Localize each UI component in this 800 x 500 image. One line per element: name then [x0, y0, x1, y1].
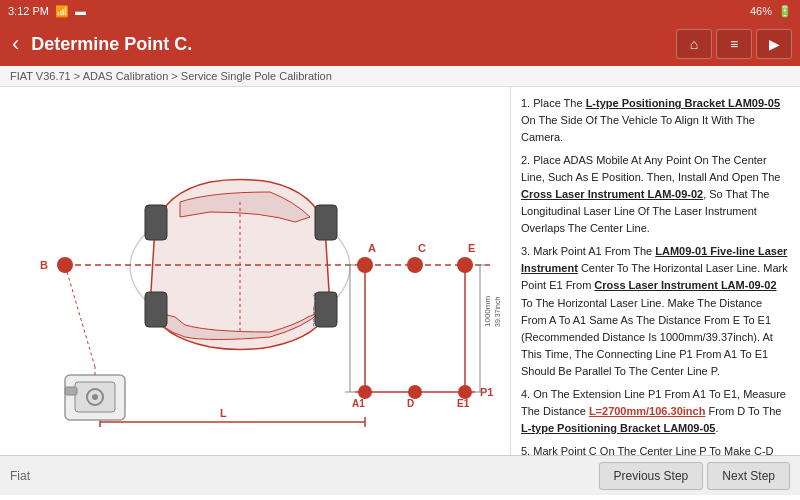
back-button[interactable]: ‹: [8, 27, 23, 61]
home-icon: ⌂: [690, 36, 698, 52]
svg-text:B: B: [40, 259, 48, 271]
svg-point-42: [92, 394, 98, 400]
svg-point-33: [458, 385, 472, 399]
forward-icon: ▶: [769, 36, 780, 52]
signal-icon: ▬: [75, 5, 86, 17]
svg-point-29: [358, 385, 372, 399]
status-bar: 3:12 PM 📶 ▬ 46% 🔋: [0, 0, 800, 22]
svg-text:L: L: [220, 407, 227, 419]
svg-text:E1: E1: [457, 398, 470, 409]
instructions-panel: 1. Place The L-type Positioning Bracket …: [510, 87, 800, 455]
svg-text:A1: A1: [352, 398, 365, 409]
time-display: 3:12 PM: [8, 5, 49, 17]
battery-icon: 🔋: [778, 5, 792, 18]
svg-text:39.37inch: 39.37inch: [311, 292, 320, 327]
header-icons: ⌂ ≡ ▶: [676, 29, 792, 59]
status-left: 3:12 PM 📶 ▬: [8, 5, 86, 18]
header: ‹ Determine Point C. ⌂ ≡ ▶: [0, 22, 800, 66]
svg-line-45: [65, 265, 95, 367]
instruction-1: 1. Place The L-type Positioning Bracket …: [521, 95, 790, 146]
instruction-4: 4. On The Extension Line P1 From A1 To E…: [521, 386, 790, 437]
ref-lam09-05-2: L-type Positioning Bracket LAM09-05: [521, 422, 715, 434]
svg-text:39.37inch: 39.37inch: [494, 297, 500, 327]
ref-lam09-05-1: L-type Positioning Bracket LAM09-05: [586, 97, 780, 109]
svg-text:1000mm: 1000mm: [483, 296, 492, 327]
svg-text:C: C: [418, 242, 426, 254]
svg-text:E: E: [468, 242, 475, 254]
brand-label: Fiat: [10, 469, 30, 483]
menu-button[interactable]: ≡: [716, 29, 752, 59]
main-content: A C E B P1 1000mm 39.37inch: [0, 87, 800, 455]
diagram-area: A C E B P1 1000mm 39.37inch: [0, 87, 510, 455]
svg-text:A: A: [368, 242, 376, 254]
home-button[interactable]: ⌂: [676, 29, 712, 59]
instruction-3: 3. Mark Point A1 From The LAM09-01 Five-…: [521, 243, 790, 379]
vehicle-diagram: A C E B P1 1000mm 39.37inch: [10, 97, 500, 437]
instruction-2: 2. Place ADAS Mobile At Any Point On The…: [521, 152, 790, 237]
forward-button[interactable]: ▶: [756, 29, 792, 59]
svg-rect-1: [145, 205, 167, 240]
ref-lam09-01: LAM09-01 Five-line Laser Instrument: [521, 245, 787, 274]
breadcrumb-text: FIAT V36.71 > ADAS Calibration > Service…: [10, 70, 332, 82]
previous-step-button[interactable]: Previous Step: [599, 462, 704, 490]
page-title: Determine Point C.: [31, 34, 668, 55]
navigation-buttons: Previous Step Next Step: [599, 462, 790, 490]
battery-percent: 46%: [750, 5, 772, 17]
next-step-button[interactable]: Next Step: [707, 462, 790, 490]
ref-lam09-02-1: Cross Laser Instrument LAM-09-02: [521, 188, 703, 200]
instruction-5: 5. Mark Point C On The Center Line P To …: [521, 443, 790, 455]
svg-rect-3: [145, 292, 167, 327]
svg-rect-43: [65, 387, 77, 395]
svg-text:D: D: [407, 398, 414, 409]
wifi-icon: 📶: [55, 5, 69, 18]
ref-lam09-02-2: Cross Laser Instrument LAM-09-02: [594, 279, 776, 291]
status-right: 46% 🔋: [750, 5, 792, 18]
ref-distance: L=2700mm/106.30inch: [589, 405, 706, 417]
svg-point-9: [407, 257, 423, 273]
svg-text:1000mm: 1000mm: [323, 296, 332, 327]
footer: Fiat Previous Step Next Step: [0, 455, 800, 495]
svg-point-31: [408, 385, 422, 399]
breadcrumb: FIAT V36.71 > ADAS Calibration > Service…: [0, 66, 800, 87]
menu-icon: ≡: [730, 36, 738, 52]
svg-rect-2: [315, 205, 337, 240]
